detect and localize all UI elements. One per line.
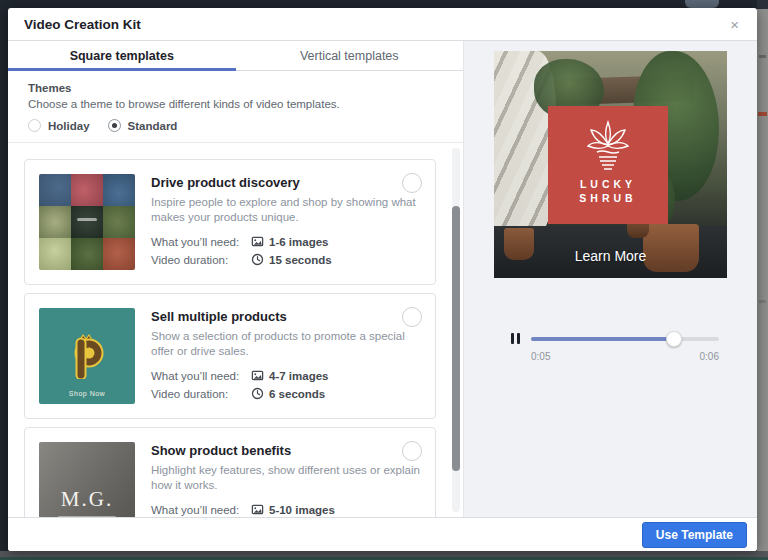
background-text-fragment bbox=[759, 55, 766, 58]
close-icon[interactable]: × bbox=[726, 15, 743, 34]
background-navbar bbox=[757, 0, 768, 9]
dialog-header: Video Creation Kit × bbox=[8, 8, 757, 41]
template-need-row: What you’ll need: 4-7 images bbox=[151, 369, 421, 382]
template-title: Sell multiple products bbox=[151, 309, 421, 324]
playback-controls: 0:05 0:06 bbox=[464, 289, 757, 349]
background-navbar-search bbox=[685, 0, 719, 8]
images-icon bbox=[251, 235, 264, 248]
video-creation-kit-dialog: Video Creation Kit × Square templates Ve… bbox=[8, 8, 757, 551]
background-accent-fragment bbox=[758, 112, 767, 116]
template-info: Sell multiple products Show a selection … bbox=[151, 308, 421, 404]
template-description: Show a selection of products to promote … bbox=[151, 329, 421, 359]
template-select-radio[interactable] bbox=[402, 441, 422, 461]
total-time: 0:06 bbox=[700, 351, 719, 362]
template-duration-row: Video duration: 15 seconds bbox=[151, 253, 421, 266]
donut-p-logo-icon bbox=[70, 333, 104, 379]
seek-slider-fill bbox=[531, 337, 674, 341]
themes-heading: Themes bbox=[28, 82, 443, 94]
template-card-drive-product-discovery[interactable]: Drive product discovery Inspire people t… bbox=[24, 159, 436, 285]
tab-vertical-templates[interactable]: Vertical templates bbox=[236, 41, 464, 70]
list-scrollbar-thumb[interactable] bbox=[452, 206, 460, 471]
theme-option-label: Holiday bbox=[48, 120, 90, 132]
template-need-row: What you’ll need: 5-10 images bbox=[151, 503, 421, 516]
template-title: Drive product discovery bbox=[151, 175, 421, 190]
theme-option-label: Standard bbox=[128, 120, 178, 132]
template-card-sell-multiple-products[interactable]: Shop Now Sell multiple products Show a s… bbox=[24, 293, 436, 419]
radio-checked-icon[interactable] bbox=[108, 119, 121, 132]
thumb-tile bbox=[39, 238, 71, 270]
use-template-button[interactable]: Use Template bbox=[642, 522, 747, 548]
dialog-footer: Use Template bbox=[8, 517, 757, 551]
thumb-tile bbox=[39, 174, 71, 206]
thumb-tile bbox=[103, 174, 135, 206]
template-title: Show product benefits bbox=[151, 443, 421, 458]
need-value: 1-6 images bbox=[269, 236, 328, 248]
brand-line-2: SHRUB bbox=[579, 191, 636, 205]
duration-label: Video duration: bbox=[151, 388, 251, 400]
theme-option-holiday[interactable]: Holiday bbox=[28, 119, 90, 132]
current-time: 0:05 bbox=[531, 351, 550, 362]
images-icon bbox=[251, 503, 264, 516]
pause-icon[interactable] bbox=[509, 333, 521, 345]
thumb-tile bbox=[103, 238, 135, 270]
template-thumbnail: M.G. bbox=[39, 442, 135, 517]
thumbnail-cta-text: Shop Now bbox=[39, 390, 135, 397]
thumb-tile bbox=[39, 206, 71, 238]
template-description: Highlight key features, show different u… bbox=[151, 463, 421, 493]
thumbnail-brand-subtitle bbox=[58, 516, 116, 518]
theme-options: Holiday Standard bbox=[28, 119, 443, 132]
dialog-body: Square templates Vertical templates Them… bbox=[8, 41, 757, 517]
template-card-show-product-benefits[interactable]: M.G. Show product benefits Highlight key… bbox=[24, 427, 436, 517]
background-page-sliver bbox=[757, 0, 768, 560]
need-label: What you’ll need: bbox=[151, 236, 251, 248]
template-tabs: Square templates Vertical templates bbox=[8, 41, 463, 71]
duration-label: Video duration: bbox=[151, 254, 251, 266]
video-preview[interactable]: LUCKY SHRUB Learn More bbox=[494, 51, 727, 278]
shrub-logo-icon bbox=[581, 120, 635, 172]
brand-line-1: LUCKY bbox=[579, 177, 636, 191]
brand-name: LUCKY SHRUB bbox=[579, 177, 636, 205]
theme-option-standard[interactable]: Standard bbox=[108, 119, 178, 132]
list-scrollbar-track[interactable] bbox=[452, 148, 460, 512]
need-value: 4-7 images bbox=[269, 370, 328, 382]
brand-overlay-card: LUCKY SHRUB bbox=[548, 106, 668, 224]
clock-icon bbox=[251, 253, 264, 266]
thumb-tile bbox=[71, 238, 103, 270]
seek-slider[interactable] bbox=[531, 337, 719, 341]
background-bottom-strip bbox=[0, 551, 768, 560]
template-list: Drive product discovery Inspire people t… bbox=[8, 143, 463, 517]
template-thumbnail: Shop Now bbox=[39, 308, 135, 404]
need-label: What you’ll need: bbox=[151, 370, 251, 382]
radio-unchecked-icon[interactable] bbox=[28, 119, 41, 132]
duration-value: 15 seconds bbox=[269, 254, 332, 266]
themes-section: Themes Choose a theme to browse differen… bbox=[8, 71, 463, 143]
template-need-row: What you’ll need: 1-6 images bbox=[151, 235, 421, 248]
template-description: Inspire people to explore and shop by sh… bbox=[151, 195, 421, 225]
seek-slider-thumb[interactable] bbox=[666, 331, 682, 347]
themes-description: Choose a theme to browse different kinds… bbox=[28, 98, 443, 110]
template-duration-row: Video duration: 6 seconds bbox=[151, 387, 421, 400]
thumbnail-brand-text: M.G. bbox=[61, 487, 113, 512]
video-preview-panel: LUCKY SHRUB Learn More 0:05 0:06 bbox=[463, 41, 757, 517]
template-select-radio[interactable] bbox=[402, 307, 422, 327]
need-value: 5-10 images bbox=[269, 504, 335, 516]
images-icon bbox=[251, 369, 264, 382]
dialog-title: Video Creation Kit bbox=[24, 17, 141, 32]
thumb-tile bbox=[71, 174, 103, 206]
template-info: Drive product discovery Inspire people t… bbox=[151, 174, 421, 270]
need-label: What you’ll need: bbox=[151, 504, 251, 516]
tab-square-templates[interactable]: Square templates bbox=[8, 41, 236, 70]
template-info: Show product benefits Highlight key feat… bbox=[151, 442, 421, 517]
time-labels: 0:05 0:06 bbox=[531, 351, 719, 362]
thumb-tile bbox=[103, 206, 135, 238]
learn-more-button[interactable]: Learn More bbox=[494, 248, 727, 264]
clock-icon bbox=[251, 387, 264, 400]
template-select-radio[interactable] bbox=[402, 173, 422, 193]
background-text-fragment bbox=[759, 300, 766, 303]
thumb-tile bbox=[71, 206, 103, 238]
template-browser-panel: Square templates Vertical templates Them… bbox=[8, 41, 463, 517]
template-thumbnail bbox=[39, 174, 135, 270]
duration-value: 6 seconds bbox=[269, 388, 325, 400]
